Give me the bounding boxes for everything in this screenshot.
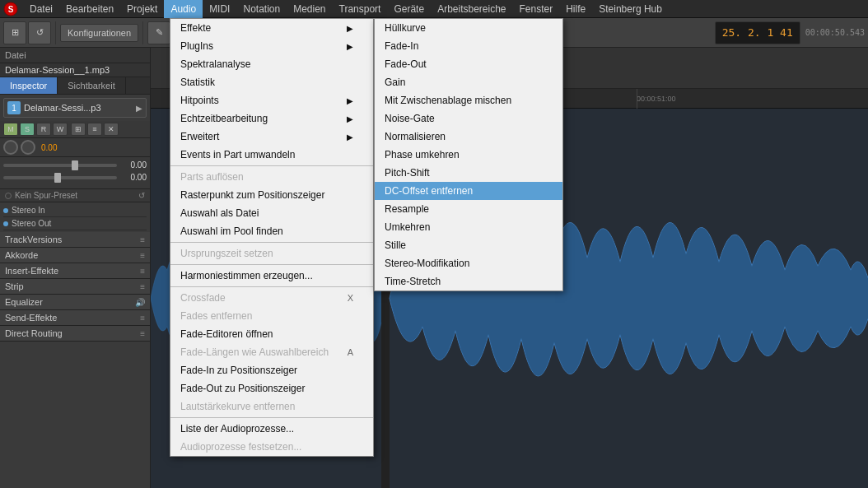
section-send-label: Send-Effekte	[5, 313, 57, 323]
submenu-time-stretch[interactable]: Time-Stretch	[375, 272, 562, 290]
solo-button[interactable]: S	[20, 123, 35, 136]
volume-fader[interactable]	[3, 164, 117, 167]
section-strip-icon: ≡	[140, 282, 145, 291]
ctrl-btn-7[interactable]: ✕	[104, 123, 119, 136]
submenu-gain[interactable]: Gain	[375, 73, 562, 91]
menu-lautstaerkekurve: Lautstärkekurve entfernen	[170, 397, 373, 416]
preset-label: Kein Spur-Preset	[15, 191, 77, 200]
menu-notation[interactable]: Notation	[236, 0, 287, 18]
submenu-stille[interactable]: Stille	[375, 236, 562, 254]
menu-steinberg-hub[interactable]: Steinberg Hub	[592, 0, 669, 18]
menu-liste-audioprozesse[interactable]: Liste der Audioprozesse...	[170, 420, 373, 438]
steinberg-logo-icon: S	[3, 2, 18, 16]
ctrl-btn-6[interactable]: ≡	[87, 123, 102, 136]
menu-plugins-arrow-icon: ▶	[347, 42, 353, 51]
menu-hitpoints-arrow-icon: ▶	[347, 96, 353, 105]
section-strip[interactable]: Strip ≡	[0, 279, 150, 295]
volume-fader-thumb[interactable]	[72, 160, 78, 170]
section-equalizer[interactable]: Equalizer 🔊	[0, 295, 150, 310]
volume-value: 0.00	[41, 143, 57, 152]
menu-projekt[interactable]: Projekt	[120, 0, 164, 18]
write-button[interactable]: W	[53, 123, 68, 136]
menu-fenster[interactable]: Fenster	[513, 0, 560, 18]
toolbar-btn-grid[interactable]: ⊞	[3, 21, 26, 44]
menu-echtzeitbearbeitung[interactable]: Echtzeitbearbeitung ▶	[170, 109, 373, 128]
preset-row[interactable]: Kein Spur-Preset ↺	[0, 189, 150, 202]
menu-auswahl-pool[interactable]: Auswahl im Pool finden	[170, 222, 373, 240]
toolbar-btn-1[interactable]: ✎	[147, 21, 170, 44]
menu-midi[interactable]: MIDI	[203, 0, 236, 18]
track-item[interactable]: 1 Delamar-Sessi...p3 ▶	[3, 98, 147, 118]
menu-sep-5	[170, 417, 373, 418]
section-eq-icon: 🔊	[135, 298, 145, 307]
stereo-out-row[interactable]: Stereo Out	[3, 217, 147, 230]
menu-hitpoints[interactable]: Hitpoints ▶	[170, 91, 373, 109]
submenu-noise-gate[interactable]: Noise-Gate	[375, 109, 562, 128]
section-akkorde[interactable]: Akkorde ≡	[0, 248, 150, 263]
ctrl-btn-5[interactable]: ⊞	[71, 123, 86, 136]
read-button[interactable]: R	[36, 123, 51, 136]
stereo-in-row[interactable]: Stereo In	[3, 204, 147, 217]
stereo-out-dot-icon	[3, 221, 8, 226]
pan-knob[interactable]	[3, 140, 18, 155]
menu-harmoniestimmen[interactable]: Harmoniestimmen erzeugen...	[170, 267, 373, 285]
submenu-fade-in[interactable]: Fade-In	[375, 37, 562, 55]
menu-spektralanalyse[interactable]: Spektralanalyse	[170, 55, 373, 73]
volume-knob[interactable]	[21, 140, 35, 155]
file-label: Datei	[0, 48, 150, 63]
menu-fade-editoren[interactable]: Fade-Editoren öffnen	[170, 325, 373, 343]
menu-audio[interactable]: Audio	[164, 0, 203, 18]
submenu-umkehren[interactable]: Umkehren	[375, 218, 562, 236]
section-send-effekte[interactable]: Send-Effekte ≡	[0, 310, 150, 326]
toolbar-separator-1	[55, 21, 56, 44]
submenu-mit-zwischenablage[interactable]: Mit Zwischenablage mischen	[375, 91, 562, 109]
submenu-stereo-mod[interactable]: Stereo-Modifikation	[375, 254, 562, 272]
preset-dot-icon	[5, 193, 12, 199]
menu-hilfe[interactable]: Hilfe	[559, 0, 592, 18]
section-insert-icon: ≡	[140, 267, 145, 276]
toolbar-btn-cycle[interactable]: ↺	[28, 21, 51, 44]
menu-datei[interactable]: Datei	[23, 0, 59, 18]
submenu-fade-out[interactable]: Fade-Out	[375, 55, 562, 73]
menu-plugins[interactable]: PlugIns ▶	[170, 37, 373, 55]
submenu-phase-umkehren[interactable]: Phase umkehren	[375, 146, 562, 164]
menu-fadein-positionszeiger[interactable]: Fade-In zu Positionszeiger	[170, 361, 373, 379]
menu-statistik[interactable]: Statistik	[170, 73, 373, 91]
submenu-normalisieren[interactable]: Normalisieren	[375, 128, 562, 146]
menu-events-in-part[interactable]: Events in Part umwandeln	[170, 146, 373, 164]
menu-bearbeiten[interactable]: Bearbeiten	[59, 0, 120, 18]
transport-sub: 00:00:50.543	[805, 28, 865, 37]
section-insert-effekte[interactable]: Insert-Effekte ≡	[0, 263, 150, 279]
menu-transport[interactable]: Transport	[333, 0, 388, 18]
section-direct-label: Direct Routing	[5, 328, 63, 338]
menu-effekte-arrow-icon: ▶	[347, 24, 353, 33]
mute-button[interactable]: M	[3, 123, 18, 136]
menu-fadeout-positionszeiger[interactable]: Fade-Out zu Positionszeiger	[170, 379, 373, 397]
pan-fader-value: 0.00	[120, 173, 147, 182]
tab-sichtbarkeit[interactable]: Sichtbarkeit	[58, 77, 125, 94]
section-direct-routing[interactable]: Direct Routing ≡	[0, 326, 150, 342]
pan-fader[interactable]	[3, 176, 117, 179]
menu-rasterpunkt[interactable]: Rasterpunkt zum Positionszeiger	[170, 186, 373, 204]
section-trackversions[interactable]: TrackVersions ≡	[0, 232, 150, 248]
volume-fader-value: 0.00	[120, 160, 147, 170]
section-trackversions-icon: ≡	[140, 235, 145, 244]
menu-geraete[interactable]: Geräte	[387, 0, 431, 18]
submenu-huellkurve[interactable]: Hüllkurve	[375, 19, 562, 37]
preset-reload-icon[interactable]: ↺	[138, 191, 145, 200]
menu-erweitert[interactable]: Erweitert ▶	[170, 128, 373, 146]
submenu-dc-offset[interactable]: DC-Offset entfernen	[375, 182, 562, 200]
section-insert-label: Insert-Effekte	[5, 266, 58, 276]
menu-medien[interactable]: Medien	[287, 0, 332, 18]
toolbar-config[interactable]: Konfigurationen	[60, 24, 138, 42]
menu-erweitert-arrow-icon: ▶	[347, 132, 353, 142]
submenu-resample[interactable]: Resample	[375, 200, 562, 218]
menu-arbeitsbereiche[interactable]: Arbeitsbereiche	[431, 0, 512, 18]
menu-auswahl-datei[interactable]: Auswahl als Datei	[170, 204, 373, 222]
section-akkorde-label: Akkorde	[5, 250, 38, 260]
tab-inspector[interactable]: Inspector	[0, 77, 58, 94]
menu-effekte[interactable]: Effekte ▶	[170, 19, 373, 37]
pan-fader-thumb[interactable]	[54, 173, 61, 183]
submenu-pitch-shift[interactable]: Pitch-Shift	[375, 164, 562, 182]
track-expand-icon[interactable]: ▶	[136, 104, 142, 113]
